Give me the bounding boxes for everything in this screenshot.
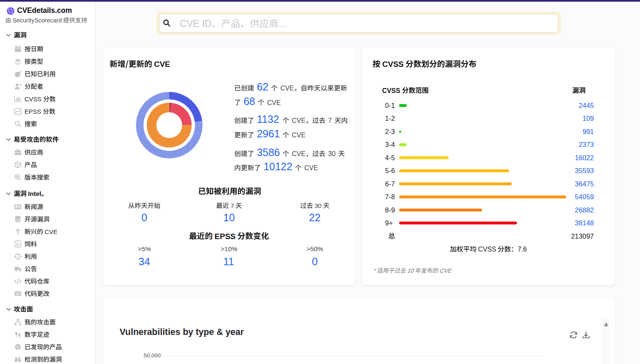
svg-text:1132: 1132 bbox=[257, 113, 279, 125]
svg-text:35593: 35593 bbox=[575, 167, 594, 174]
svg-text:CVSS: CVSS bbox=[25, 95, 42, 103]
svg-text:5-6: 5-6 bbox=[385, 167, 395, 174]
svg-text:30: 30 bbox=[328, 150, 336, 157]
svg-text:8-9: 8-9 bbox=[385, 206, 395, 214]
svg-text:0: 0 bbox=[312, 256, 318, 267]
svg-text:CVSS: CVSS bbox=[382, 60, 404, 68]
svg-text:CVE: CVE bbox=[280, 85, 294, 92]
svg-text:11: 11 bbox=[223, 256, 234, 267]
svg-text:CVE: CVE bbox=[292, 150, 306, 157]
svg-text:38148: 38148 bbox=[575, 219, 594, 227]
svg-text:EPSS: EPSS bbox=[215, 232, 236, 241]
svg-text:2961: 2961 bbox=[257, 128, 280, 139]
svg-text:CVE: CVE bbox=[292, 117, 306, 124]
svg-text:CVSS: CVSS bbox=[382, 87, 400, 94]
svg-text:30: 30 bbox=[314, 202, 322, 209]
svg-text:CVEdetails.com: CVEdetails.com bbox=[17, 6, 72, 15]
svg-text:>5%: >5% bbox=[138, 245, 151, 252]
svg-text:36475: 36475 bbox=[575, 180, 594, 188]
svg-text:7.6: 7.6 bbox=[517, 246, 527, 253]
svg-text:7: 7 bbox=[328, 117, 332, 124]
svg-text:7: 7 bbox=[230, 202, 234, 209]
svg-text:EPSS: EPSS bbox=[25, 108, 41, 115]
svg-text:...: ... bbox=[279, 18, 287, 29]
svg-text:4-5: 4-5 bbox=[385, 154, 395, 161]
svg-text:*: * bbox=[373, 267, 376, 274]
svg-text:Vulnerabilities by type & year: Vulnerabilities by type & year bbox=[120, 327, 244, 337]
svg-text:2-3: 2-3 bbox=[385, 128, 395, 135]
svg-text:10: 10 bbox=[223, 212, 235, 223]
svg-text:16022: 16022 bbox=[575, 154, 594, 161]
svg-text:10122: 10122 bbox=[263, 161, 292, 172]
svg-text:50,000: 50,000 bbox=[144, 352, 161, 359]
svg-text:2445: 2445 bbox=[579, 102, 594, 109]
svg-text:SecurityScorecard: SecurityScorecard bbox=[12, 17, 61, 24]
svg-text:54059: 54059 bbox=[575, 193, 594, 200]
svg-text:10: 10 bbox=[407, 267, 415, 274]
svg-text:CVE: CVE bbox=[44, 228, 57, 235]
svg-text:7-8: 7-8 bbox=[385, 193, 395, 200]
svg-text:CVE: CVE bbox=[292, 132, 306, 139]
svg-text:>10%: >10% bbox=[221, 245, 237, 252]
svg-text:CVE: CVE bbox=[304, 164, 318, 171]
svg-text:CVE: CVE bbox=[267, 99, 281, 106]
svg-text:3-4: 3-4 bbox=[385, 141, 395, 148]
svg-text:26882: 26882 bbox=[575, 206, 594, 214]
svg-text:34: 34 bbox=[139, 256, 150, 267]
svg-text:CVSS: CVSS bbox=[478, 246, 496, 253]
svg-text:Intel: Intel bbox=[28, 190, 42, 197]
svg-text:109: 109 bbox=[582, 115, 594, 122]
svg-text:CVE ID: CVE ID bbox=[180, 18, 212, 29]
svg-text:0-1: 0-1 bbox=[385, 102, 395, 109]
svg-text:CVE: CVE bbox=[154, 60, 170, 68]
svg-text:1-2: 1-2 bbox=[385, 115, 395, 122]
svg-text:CVE: CVE bbox=[439, 267, 453, 274]
svg-text:2373: 2373 bbox=[579, 141, 594, 148]
svg-text:0: 0 bbox=[142, 212, 147, 223]
svg-text:991: 991 bbox=[582, 128, 594, 135]
svg-text:68: 68 bbox=[243, 95, 255, 107]
svg-text:22: 22 bbox=[309, 212, 321, 223]
svg-text:9+: 9+ bbox=[385, 219, 393, 227]
svg-text:6-7: 6-7 bbox=[385, 180, 395, 188]
svg-text:213097: 213097 bbox=[571, 232, 594, 240]
svg-text:>50%: >50% bbox=[307, 245, 323, 252]
svg-text:3586: 3586 bbox=[257, 147, 280, 158]
svg-text:62: 62 bbox=[257, 81, 268, 93]
